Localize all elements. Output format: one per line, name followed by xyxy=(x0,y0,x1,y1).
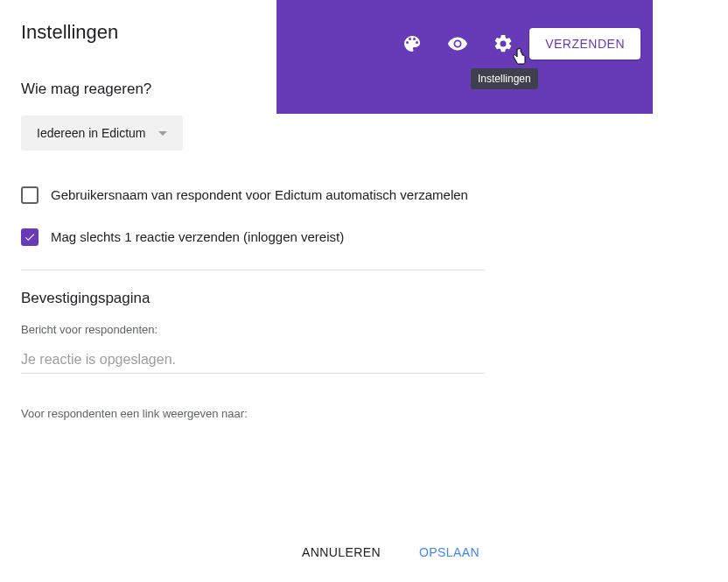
send-button[interactable]: VERZENDEN xyxy=(529,28,640,60)
save-button[interactable]: OPSLAAN xyxy=(414,538,485,566)
collect-username-row: Gebruikersnaam van respondent voor Edict… xyxy=(21,186,485,205)
chevron-down-icon xyxy=(158,131,167,136)
respond-dropdown[interactable]: Iedereen in Edictum xyxy=(21,116,183,151)
divider xyxy=(21,270,485,270)
limit-one-row: Mag slechts 1 reactie verzenden (inlogge… xyxy=(21,228,485,247)
settings-panel: Instellingen Wie mag reageren? Iedereen … xyxy=(21,21,485,436)
dialog-footer: ANNULEREN OPSLAAN xyxy=(21,538,485,566)
collect-username-checkbox[interactable] xyxy=(21,186,38,204)
respond-heading: Wie mag reageren? xyxy=(21,81,485,98)
collect-username-label: Gebruikersnaam van respondent voor Edict… xyxy=(51,186,468,205)
limit-one-label: Mag slechts 1 reactie verzenden (inlogge… xyxy=(51,228,344,247)
link-label: Voor respondenten een link weergeven naa… xyxy=(21,407,485,420)
dropdown-value: Iedereen in Edictum xyxy=(37,126,146,140)
confirmation-heading: Bevestigingspagina xyxy=(21,290,485,307)
gear-icon[interactable] xyxy=(484,25,522,63)
page-title: Instellingen xyxy=(21,21,485,44)
limit-one-checkbox[interactable] xyxy=(21,228,38,246)
message-field-label: Bericht voor respondenten: xyxy=(21,323,485,336)
confirmation-message-input[interactable] xyxy=(21,352,485,374)
cancel-button[interactable]: ANNULEREN xyxy=(297,538,386,566)
